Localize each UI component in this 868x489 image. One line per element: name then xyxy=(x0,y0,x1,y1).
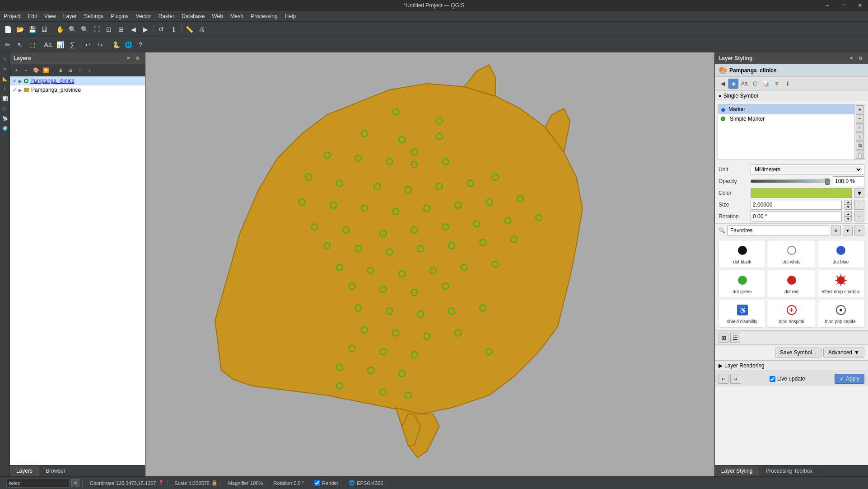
menu-raster[interactable]: Raster xyxy=(155,12,178,21)
zoom-selection-button[interactable]: ⊞ xyxy=(115,24,127,35)
menu-web[interactable]: Web xyxy=(208,12,226,21)
zoom-out-button[interactable]: 🔍 xyxy=(79,24,90,35)
side-edit-icon[interactable]: ✏ xyxy=(0,64,9,73)
unit-select[interactable]: Millimeters Pixels Points xyxy=(751,165,864,174)
symbol-cell-dot-white[interactable]: dot white xyxy=(768,240,815,268)
advanced-button[interactable]: Advanced ▼ xyxy=(823,348,864,357)
remove-layer-button[interactable]: − xyxy=(22,66,31,75)
save-project-button[interactable]: 💾 xyxy=(26,24,38,35)
favorites-clear-button[interactable]: ✕ xyxy=(831,226,841,235)
symbol-cell-topo-hospital[interactable]: + topo hospital xyxy=(768,300,815,328)
menu-project[interactable]: Project xyxy=(0,12,24,21)
layer-item-clinics[interactable]: ✓ ▶ Pampanga_clinics xyxy=(10,76,145,85)
field-calc-button[interactable]: ∑ xyxy=(66,39,78,51)
style-symbol-button[interactable]: ◈ xyxy=(728,79,738,89)
size-down-button[interactable]: ▼ xyxy=(845,205,852,210)
size-up-button[interactable]: ▲ xyxy=(845,200,852,205)
open-style-button[interactable]: 🎨 xyxy=(32,66,41,75)
move-down-button[interactable]: ↓ xyxy=(85,66,94,75)
sym-side-copy-button[interactable]: ⧉ xyxy=(856,141,864,150)
add-layer-button[interactable]: + xyxy=(12,66,21,75)
symbol-cell-dot-black[interactable]: dot black xyxy=(719,240,766,268)
favorites-add-button[interactable]: + xyxy=(854,226,864,235)
help-button[interactable]: ? xyxy=(135,39,146,51)
filter-layer-button[interactable]: 🔽 xyxy=(42,66,51,75)
open-project-button[interactable]: 📂 xyxy=(14,24,26,35)
digitize-button[interactable]: ✏ xyxy=(2,39,14,51)
style-diagram-button[interactable]: 📊 xyxy=(761,79,771,89)
symbol-tree-row-marker[interactable]: ◆ Marker xyxy=(718,104,854,114)
menu-database[interactable]: Database xyxy=(178,12,208,21)
color-swatch[interactable] xyxy=(751,188,852,198)
rotation-value[interactable]: 0.00 ° xyxy=(751,212,842,221)
symbol-cell-dot-red[interactable]: dot red xyxy=(768,270,815,298)
menu-processing[interactable]: Processing xyxy=(247,12,281,21)
menu-mesh[interactable]: Mesh xyxy=(227,12,247,21)
menu-layer[interactable]: Layer xyxy=(60,12,80,21)
deselect-button[interactable]: ⬚ xyxy=(26,39,38,51)
favorites-dropdown-button[interactable]: ▼ xyxy=(843,226,853,235)
live-update-back-button[interactable]: ↩ xyxy=(719,374,728,384)
list-view-button[interactable]: ☰ xyxy=(730,333,740,343)
expand-all-button[interactable]: ⊞ xyxy=(56,66,65,75)
sym-side-down-button[interactable]: ↓ xyxy=(856,132,864,141)
redo-button[interactable]: ↪ xyxy=(94,39,106,51)
layers-float-button[interactable]: ⧉ xyxy=(133,54,141,62)
select-button[interactable]: ↖ xyxy=(14,39,26,51)
layer-expand-province[interactable]: ▶ xyxy=(19,88,22,93)
layer-check-clinics[interactable]: ✓ xyxy=(13,78,17,84)
menu-plugins[interactable]: Plugins xyxy=(107,12,132,21)
side-gps-icon[interactable]: 📡 xyxy=(0,114,9,123)
unit-dropdown[interactable]: Millimeters Pixels Points xyxy=(753,166,862,173)
move-up-button[interactable]: ↑ xyxy=(75,66,84,75)
save-symbol-button[interactable]: Save Symbol... xyxy=(775,348,821,357)
favorites-search-input[interactable] xyxy=(727,226,829,235)
tab-layers[interactable]: Layers xyxy=(10,465,39,476)
menu-view[interactable]: View xyxy=(41,12,60,21)
collapse-all-button[interactable]: ⊟ xyxy=(65,66,75,75)
symbol-cell-shield-disability[interactable]: ♿ shield disability xyxy=(719,300,766,328)
save-as-button[interactable]: 🖫 xyxy=(38,24,50,35)
symbol-cell-topo-pop-capital[interactable]: topo pop capital xyxy=(817,300,864,328)
layers-close-button[interactable]: ✕ xyxy=(124,54,132,62)
size-value[interactable]: 2.00000 xyxy=(751,200,842,210)
opacity-value[interactable]: 100.0 % xyxy=(833,176,864,186)
python-button[interactable]: 🐍 xyxy=(110,39,122,51)
map-area[interactable] xyxy=(145,52,714,476)
print-button[interactable]: 🖨 xyxy=(196,24,207,35)
sym-side-paste-button[interactable]: 📋 xyxy=(856,150,864,159)
label-button[interactable]: Aa xyxy=(42,39,54,51)
grid-view-button[interactable]: ⊞ xyxy=(719,333,728,343)
opacity-slider-track[interactable] xyxy=(751,179,830,183)
live-update-checkbox[interactable] xyxy=(770,376,775,382)
style-fields-button[interactable]: ≡ xyxy=(772,79,782,89)
new-project-button[interactable]: 📄 xyxy=(2,24,14,35)
zoom-layer-button[interactable]: ⊡ xyxy=(103,24,115,35)
rotation-down-button[interactable]: ▼ xyxy=(845,216,852,221)
zoom-next-button[interactable]: ▶ xyxy=(140,24,151,35)
render-checkbox[interactable] xyxy=(314,480,320,486)
undo-button[interactable]: ↩ xyxy=(82,39,94,51)
opacity-slider-handle[interactable] xyxy=(825,179,830,185)
style-metadata-button[interactable]: ℹ xyxy=(783,79,793,89)
status-search-clear-button[interactable]: ✕ xyxy=(71,479,79,487)
measure-button[interactable]: 📏 xyxy=(183,24,195,35)
style-3d-button[interactable]: ⬡ xyxy=(750,79,760,89)
globe-button[interactable]: 🌐 xyxy=(122,39,134,51)
identify-button[interactable]: ℹ xyxy=(168,24,179,35)
rotation-up-button[interactable]: ▲ xyxy=(845,212,852,216)
rotation-edit-button[interactable]: ⋯ xyxy=(854,212,864,221)
zoom-in-button[interactable]: 🔍 xyxy=(66,24,78,35)
refresh-button[interactable]: ↺ xyxy=(155,24,167,35)
symbol-cell-effect-drop-shadow[interactable]: effect drop shadow xyxy=(817,270,864,298)
style-history-back-button[interactable]: ◀ xyxy=(718,79,728,89)
side-geo-icon[interactable]: 🌍 xyxy=(0,124,9,133)
zoom-full-button[interactable]: ⛶ xyxy=(91,24,103,35)
layer-expand-clinics[interactable]: ▶ xyxy=(19,79,22,84)
size-edit-button[interactable]: ⋯ xyxy=(854,200,864,210)
menu-settings[interactable]: Settings xyxy=(80,12,107,21)
side-3d-icon[interactable]: ⬡ xyxy=(0,104,9,113)
layer-check-province[interactable]: ✓ xyxy=(13,87,17,93)
opacity-slider-wrapper[interactable] xyxy=(751,179,830,183)
tab-browser[interactable]: Browser xyxy=(39,465,72,476)
